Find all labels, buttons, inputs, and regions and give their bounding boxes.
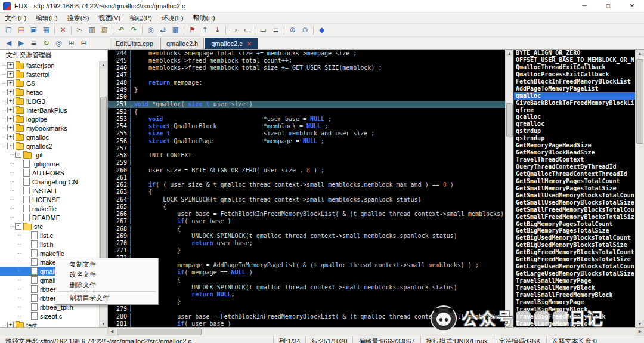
horizontal-scrollbar[interactable]: ◀ ▶ bbox=[108, 328, 644, 336]
menu-item[interactable]: 编辑(E) bbox=[31, 13, 63, 23]
bookmark-icon[interactable]: ⚑ bbox=[187, 25, 198, 35]
function-list-item[interactable]: qstrdup bbox=[514, 128, 636, 135]
function-list-item[interactable]: GetBigUsedMemoryBlocksTotalCount bbox=[514, 234, 636, 242]
expand-icon[interactable]: + bbox=[7, 322, 14, 327]
tree-item-sizeof-c[interactable]: sizeof.c bbox=[0, 311, 100, 320]
function-list-item[interactable]: AddPageToMemoryPageList bbox=[514, 85, 636, 92]
code-line[interactable]: 259 bbox=[108, 159, 506, 166]
find-icon[interactable]: ◎ bbox=[145, 25, 156, 35]
prev-bookmark-icon[interactable]: ↑ bbox=[199, 25, 210, 35]
function-list-item[interactable]: GetBigMemoryPagesTotalCount bbox=[514, 221, 636, 228]
redo-icon[interactable]: ↷ bbox=[128, 25, 140, 35]
expand-icon[interactable]: + bbox=[15, 152, 21, 158]
zoom-in-icon[interactable]: ⊕ bbox=[287, 25, 298, 35]
expand-icon[interactable]: + bbox=[7, 107, 14, 113]
code-line[interactable]: 264 LOCK_SPINLOCK(t_qmalloc_thread_conte… bbox=[108, 196, 506, 203]
function-list-item[interactable]: qcalloc bbox=[514, 113, 636, 120]
menu-item[interactable]: 环境(E) bbox=[157, 13, 188, 23]
code-line[interactable]: 245 memblocks->freed_memblock_total_coun… bbox=[108, 57, 506, 64]
function-list-item[interactable]: GetSmallMemoryPagesTotalCount bbox=[514, 178, 636, 185]
tree-item-install[interactable]: INSTALL bbox=[0, 186, 100, 195]
code-line[interactable]: 276 UNLOCK_SPINLOCK(t_qmalloc_thread_con… bbox=[108, 283, 506, 291]
code-line[interactable]: 260 user_size = BYTE_ALIGN_OR_ZERO( user… bbox=[108, 166, 506, 174]
hex-view-icon[interactable]: ▭ bbox=[258, 25, 269, 35]
collapse-icon[interactable]: - bbox=[15, 223, 21, 230]
function-list-item[interactable]: GiveBackBlockToFreedMemoryBlockLi bbox=[514, 100, 636, 107]
code-line[interactable]: 248 return mempage; bbox=[108, 79, 506, 86]
scroll-down-icon[interactable]: ▼ bbox=[100, 320, 107, 327]
function-list-item[interactable]: OFFSET_USER_BASE_TO_MEMBLOCK_OR_N bbox=[514, 57, 636, 64]
code-line[interactable]: 254 struct QmallocBlock *memblock = NULL… bbox=[108, 123, 506, 130]
next-file-icon[interactable]: ▶ bbox=[16, 38, 27, 48]
collapse-all-icon[interactable]: ⊟ bbox=[78, 38, 89, 48]
code-line[interactable]: 256 struct QmallocPage *mempage = NULL ; bbox=[108, 137, 506, 144]
code-line[interactable]: 280 user_base = FetchBlockInFreedMemoryB… bbox=[108, 313, 506, 320]
function-list-item[interactable]: qstrndup bbox=[514, 135, 636, 142]
code-line[interactable]: 252{ bbox=[108, 108, 506, 115]
function-list-item[interactable]: TravelSmallMemoryBlock bbox=[514, 285, 636, 292]
tree-item-mybookmarks[interactable]: +mybookmarks bbox=[0, 123, 100, 132]
scroll-left-icon[interactable]: ◀ bbox=[108, 328, 116, 336]
context-menu-item[interactable]: 删除文件 bbox=[57, 280, 157, 290]
code-line[interactable]: 253 void *user_base = NULL ; bbox=[108, 115, 506, 122]
collapse-icon[interactable]: - bbox=[7, 143, 14, 149]
expand-icon[interactable]: + bbox=[7, 80, 14, 86]
expand-icon[interactable]: + bbox=[7, 116, 14, 122]
new-file-icon[interactable]: ▢ bbox=[3, 25, 14, 35]
scroll-right-icon[interactable]: ▶ bbox=[636, 328, 644, 336]
tab-editultra-cpp[interactable]: EditUltra.cpp bbox=[110, 38, 159, 49]
tree-item-ilog3[interactable]: +iLOG3 bbox=[0, 97, 100, 106]
word-wrap-icon[interactable]: ≡ bbox=[270, 25, 281, 35]
save-all-icon[interactable]: ▦ bbox=[41, 25, 52, 35]
undo-icon[interactable]: ↶ bbox=[116, 25, 127, 35]
function-list-item[interactable]: BYTE_ALIGN_OR_ZERO bbox=[514, 50, 636, 57]
function-list-item[interactable]: GetSmallUsedMemoryBlocksTotalSize bbox=[514, 199, 636, 206]
tree-item-interbankplus[interactable]: +InterBankPlus bbox=[0, 106, 100, 115]
find-in-files-icon[interactable]: ▩ bbox=[170, 25, 181, 35]
code-line[interactable]: 247 bbox=[108, 72, 506, 79]
expand-icon[interactable]: + bbox=[7, 71, 14, 78]
tree-item-list-c[interactable]: list.c bbox=[0, 231, 100, 240]
prev-file-icon[interactable]: ◀ bbox=[3, 38, 14, 48]
scroll-up-icon[interactable]: ▲ bbox=[100, 61, 107, 69]
tree-item--git[interactable]: +.git bbox=[0, 150, 100, 159]
function-list[interactable]: BYTE_ALIGN_OR_ZEROOFFSET_USER_BASE_TO_ME… bbox=[514, 50, 636, 327]
scroll-up-icon[interactable]: ▲ bbox=[636, 50, 644, 57]
function-list-item[interactable]: QueryThreadContextByThreadId bbox=[514, 163, 636, 171]
tree-item-src[interactable]: -src bbox=[0, 222, 100, 231]
function-list-item[interactable]: qfree bbox=[514, 107, 636, 114]
tree-item-makefile[interactable]: makefile bbox=[0, 204, 100, 213]
menu-item[interactable]: 文件(F) bbox=[0, 13, 31, 23]
panel-scrollbar[interactable]: ▲ ▼ bbox=[635, 50, 644, 327]
tree-item-changelog-cn[interactable]: ChangeLog-CN bbox=[0, 177, 100, 186]
function-list-item[interactable]: GetSmallMemoryPagesTotalSize bbox=[514, 185, 636, 192]
settings-icon[interactable]: ◆ bbox=[316, 25, 327, 35]
code-line[interactable]: 278 } bbox=[108, 298, 506, 305]
close-file-icon[interactable]: ✕ bbox=[57, 25, 69, 35]
function-list-item[interactable]: TravelBigFreedMemoryBlock bbox=[514, 313, 636, 320]
tree-item-license[interactable]: LICENSE bbox=[0, 195, 100, 204]
expand-icon[interactable]: + bbox=[7, 89, 14, 95]
code-line[interactable]: 266 user_base = FetchBlockInFreedMemoryB… bbox=[108, 211, 506, 218]
code-editor[interactable]: 244 memblocks->mempage_total_size += mem… bbox=[108, 50, 513, 327]
tab-qmalloc2-h[interactable]: qmalloc2.h bbox=[160, 38, 204, 49]
code-line[interactable]: 246 memblocks->freed_memblock_total_size… bbox=[108, 64, 506, 72]
outdent-icon[interactable]: ← bbox=[241, 25, 252, 35]
copy-icon[interactable]: ▥ bbox=[86, 25, 98, 35]
scroll-down-icon[interactable]: ▼ bbox=[636, 320, 644, 327]
menu-item[interactable]: 帮助(H) bbox=[188, 13, 219, 23]
code-line[interactable]: 279 bbox=[108, 305, 506, 313]
function-list-item[interactable]: GetLargeUsedMemoryBlocksTotalSize bbox=[514, 270, 636, 277]
function-list-item[interactable]: TravelBigMemoryPage bbox=[514, 299, 636, 306]
function-list-item[interactable]: GetBigUsedMemoryBlocksTotalSize bbox=[514, 242, 636, 249]
tree-item-logpipe[interactable]: +logpipe bbox=[0, 115, 100, 123]
expand-icon[interactable]: + bbox=[7, 98, 14, 104]
indent-icon[interactable]: → bbox=[228, 25, 240, 35]
function-list-item[interactable]: TravelSmallMemoryPage bbox=[514, 277, 636, 285]
tree-item-authors[interactable]: AUTHORS bbox=[0, 168, 100, 177]
function-list-item[interactable]: GetMemoryBlockHeadSize bbox=[514, 149, 636, 156]
tree-item-makefile[interactable]: makefile bbox=[0, 249, 100, 258]
code-line[interactable]: 255 size_t sizeof_memblock_and_user_size… bbox=[108, 130, 506, 137]
code-line[interactable]: 271 } bbox=[108, 247, 506, 254]
function-list-item[interactable]: TravelThreadContext bbox=[514, 156, 636, 163]
